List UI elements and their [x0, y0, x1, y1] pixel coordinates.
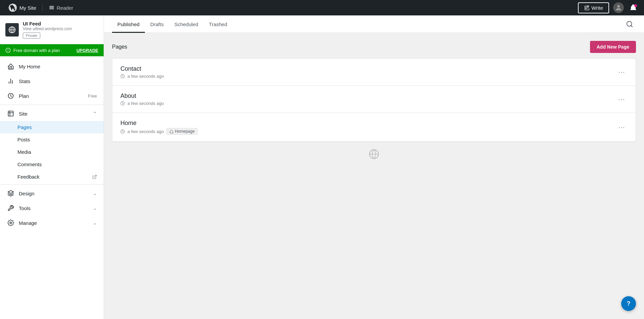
svg-rect-3: [49, 8, 54, 9]
external-link-icon: [92, 175, 97, 179]
page-meta: a few seconds ago Homepage: [120, 128, 615, 135]
page-meta: a few seconds ago: [120, 101, 615, 106]
reader-nav-button[interactable]: Reader: [45, 3, 76, 13]
sidebar-item-posts[interactable]: Posts: [0, 133, 104, 146]
site-url[interactable]: View uifeed.wordpress.com: [23, 26, 98, 31]
nav-divider: [42, 4, 43, 11]
page-info: Contact a few seconds ago: [120, 65, 615, 79]
add-new-page-button[interactable]: Add New Page: [590, 41, 636, 53]
clock-icon: [120, 74, 125, 78]
sidebar-item-tools[interactable]: Tools ⌄: [0, 201, 104, 215]
top-navigation: My Site Reader Write: [0, 0, 644, 15]
bell-icon: [629, 4, 637, 12]
content-footer: [112, 142, 636, 166]
tab-published[interactable]: Published: [112, 15, 145, 33]
page-more-menu-button[interactable]: ⋯: [615, 122, 628, 133]
table-row: Contact a few seconds ago ⋯: [112, 58, 636, 85]
notifications-button[interactable]: [628, 2, 639, 13]
page-more-menu-button[interactable]: ⋯: [615, 67, 628, 77]
site-details: UI Feed View uifeed.wordpress.com Privat…: [23, 21, 98, 39]
feedback-label: Feedback: [17, 174, 88, 180]
site-info: UI Feed View uifeed.wordpress.com Privat…: [0, 15, 104, 44]
reader-icon: [49, 5, 55, 11]
plan-label: Plan: [19, 93, 84, 99]
sidebar-item-my-home[interactable]: My Home: [0, 59, 104, 74]
home-tag-icon: [169, 129, 173, 133]
design-label: Design: [19, 191, 89, 196]
manage-icon: [7, 219, 15, 227]
sidebar-item-site[interactable]: Site ⌃: [0, 106, 104, 121]
help-button[interactable]: ?: [621, 296, 636, 311]
pages-section: Pages Add New Page Contact a few seconds…: [104, 33, 644, 319]
plan-icon: [7, 92, 15, 100]
sidebar-item-comments[interactable]: Comments: [0, 158, 104, 171]
user-avatar[interactable]: [613, 2, 624, 13]
tools-icon: [7, 204, 15, 212]
sidebar-nav: My Home Stats Plan: [0, 56, 104, 233]
comments-label: Comments: [17, 162, 97, 167]
page-name: About: [120, 92, 615, 100]
sidebar-item-feedback[interactable]: Feedback: [0, 171, 104, 183]
manage-chevron-icon: ⌄: [93, 220, 97, 226]
page-name: Home: [120, 120, 615, 127]
upgrade-banner[interactable]: Free domain with a plan UPGRADE: [0, 44, 104, 56]
my-home-label: My Home: [19, 64, 97, 69]
page-more-menu-button[interactable]: ⋯: [615, 94, 628, 105]
write-button[interactable]: Write: [578, 2, 609, 13]
pencil-plus-icon: [584, 5, 589, 10]
tab-trashed[interactable]: Trashed: [204, 15, 232, 33]
media-label: Media: [17, 149, 97, 155]
table-row: Home a few seconds ago Ho: [112, 113, 636, 142]
design-chevron-icon: ⌄: [93, 191, 97, 196]
avatar-icon: [614, 4, 623, 12]
svg-point-5: [634, 4, 637, 7]
svg-rect-2: [49, 7, 54, 8]
homepage-tag: Homepage: [166, 128, 198, 135]
sidebar-item-plan[interactable]: Plan Free: [0, 88, 104, 103]
wordpress-footer-logo: [369, 149, 379, 160]
clock-icon: [120, 129, 125, 134]
svg-rect-9: [8, 111, 13, 116]
sidebar-item-stats[interactable]: Stats: [0, 74, 104, 88]
pages-section-title: Pages: [112, 44, 127, 50]
main-content: Published Drafts Scheduled Trashed Pages…: [104, 15, 644, 319]
search-button[interactable]: [623, 18, 636, 30]
clock-icon: [120, 101, 125, 106]
home-icon: [7, 62, 15, 70]
tab-drafts[interactable]: Drafts: [145, 15, 169, 33]
stats-icon: [7, 77, 15, 85]
page-info: Home a few seconds ago Ho: [120, 120, 615, 135]
my-site-nav-button[interactable]: My Site: [5, 2, 40, 14]
pages-list: Contact a few seconds ago ⋯: [112, 58, 636, 142]
plan-badge: Free: [88, 93, 97, 99]
site-logo-icon: [8, 26, 16, 34]
private-badge[interactable]: Private: [23, 33, 40, 39]
site-nav-icon: [7, 110, 15, 118]
search-icon: [626, 20, 633, 28]
upgrade-link[interactable]: UPGRADE: [76, 48, 98, 53]
tab-scheduled[interactable]: Scheduled: [169, 15, 204, 33]
manage-label: Manage: [19, 220, 89, 226]
svg-rect-1: [49, 6, 54, 7]
upgrade-text: Free domain with a plan: [13, 48, 60, 53]
nav-divider-1: [0, 105, 104, 105]
sidebar: UI Feed View uifeed.wordpress.com Privat…: [0, 15, 104, 319]
sidebar-item-design[interactable]: Design ⌄: [0, 186, 104, 201]
sidebar-item-media[interactable]: Media: [0, 146, 104, 158]
page-time: a few seconds ago: [127, 74, 164, 79]
pages-header: Pages Add New Page: [112, 41, 636, 53]
page-name: Contact: [120, 65, 615, 72]
site-icon: [5, 23, 19, 37]
tools-label: Tools: [19, 205, 89, 211]
site-chevron-icon: ⌃: [93, 111, 97, 116]
stats-label: Stats: [19, 78, 97, 84]
page-time: a few seconds ago: [127, 129, 164, 134]
svg-point-4: [617, 5, 620, 8]
upgrade-banner-left: Free domain with a plan: [5, 48, 60, 53]
pages-label: Pages: [17, 124, 97, 130]
site-name: UI Feed: [23, 21, 98, 26]
sidebar-item-manage[interactable]: Manage ⌄: [0, 215, 104, 230]
info-icon: [5, 48, 11, 53]
sidebar-item-pages[interactable]: Pages: [0, 121, 104, 133]
site-label: Site: [19, 111, 89, 117]
